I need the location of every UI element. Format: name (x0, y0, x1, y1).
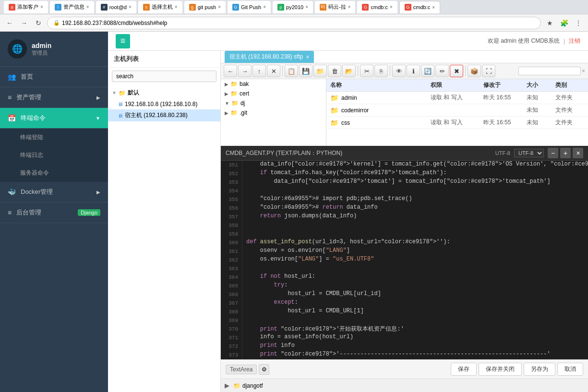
sidebar-item-docker[interactable]: 🐳 Docker管理 ▶ (0, 182, 108, 202)
sidebar-item-terminal-log[interactable]: 终端日志 (0, 146, 108, 164)
tab-2[interactable]: i 资产信息 × (50, 1, 94, 13)
sftp-redx-button[interactable]: ✖ (450, 65, 463, 77)
editor-minus-button[interactable]: − (548, 148, 558, 158)
sftp-fullscreen-button[interactable]: ⛶ (482, 65, 495, 77)
browser-nav: ← → ↻ 🔒 192.168.80.237:8088/cmdb/webssh#… (0, 14, 588, 32)
sftp-copy-button[interactable]: 📋 (285, 65, 298, 77)
line-number-364: 364 (221, 273, 242, 282)
col-type: 类别 (555, 81, 584, 89)
sftp-close-button[interactable]: × (306, 54, 309, 60)
sftp-tab[interactable]: 宿主机 (192.168.80.238) sftp × (225, 51, 314, 63)
forward-button[interactable]: → (18, 17, 30, 29)
sftp-compress-button[interactable]: 📦 (468, 65, 481, 77)
tab-1[interactable]: a 添加客户 × (4, 1, 48, 13)
bottom-bar-folder[interactable]: 📁 djangotf (233, 382, 263, 389)
code-line-358: 358 (221, 221, 588, 230)
save-button[interactable]: 保存 (451, 363, 477, 376)
tab-7[interactable]: p py2010 × (273, 1, 313, 13)
line-number-354: 354 (221, 187, 242, 195)
sftp-search-close-icon[interactable]: × (582, 68, 585, 74)
file-tree-bak[interactable]: ▶ 📁 bak (221, 79, 326, 89)
tab-10[interactable]: G cmdb:c × (399, 1, 440, 13)
sftp-forward-button[interactable]: → (238, 65, 252, 77)
sftp-open-button[interactable]: 📂 (342, 65, 356, 77)
host-group-default: ▼ 📁 默认 (108, 87, 220, 99)
file-row-admin[interactable]: 📁 admin 读取 和 写入 昨天 16:55 未知 文件夹 (326, 92, 588, 104)
tab-3-close[interactable]: × (129, 4, 132, 10)
tab-3[interactable]: # root@d × (96, 1, 136, 13)
tab-7-favicon: p (277, 4, 284, 11)
back-button[interactable]: ← (4, 17, 15, 29)
file-tree-dj[interactable]: ▼ 📁 dj (221, 98, 326, 108)
extensions-button[interactable]: 🧩 (558, 17, 570, 29)
line-number-371: 371 (221, 333, 242, 342)
sftp-newfolder-button[interactable]: 📁 (313, 65, 327, 77)
cancel-button[interactable]: 取消 (557, 363, 583, 376)
tab-3-favicon: # (101, 4, 108, 11)
line-number-357: 357 (221, 213, 242, 221)
sidebar-item-server-cmd[interactable]: 服务器命令 (0, 164, 108, 182)
sftp-save-button[interactable]: 💾 (299, 65, 312, 77)
tab-9[interactable]: G cmdb:c × (357, 1, 397, 13)
sftp-up-button[interactable]: ↑ (252, 65, 266, 77)
sidebar-item-assets[interactable]: ≡ 资产管理 ▶ (0, 87, 108, 108)
sftp-view-button[interactable]: 👁 (392, 65, 406, 77)
line-content-368: host_url = CMDB_URL[1] (242, 308, 588, 316)
code-editor[interactable]: 351 data_info["color:#ce9178">'kernel'] … (221, 161, 588, 359)
logout-link[interactable]: 注销 (569, 37, 580, 45)
tab-4-close[interactable]: × (175, 4, 178, 10)
tab-8[interactable]: 码 码云-拉 × (315, 1, 356, 13)
tab-6[interactable]: G Git Push × (228, 1, 271, 13)
encoding-select[interactable]: UTF-8 (514, 149, 544, 157)
editor-close-button[interactable]: ✕ (573, 148, 583, 158)
sftp-refresh-button[interactable]: 🔄 (421, 65, 434, 77)
codemirror-name-label: codemirror (341, 107, 369, 114)
file-row-css[interactable]: 📁 css 读取 和 写入 昨天 16:55 未知 文件夹 (326, 117, 588, 129)
sftp-search-input[interactable] (518, 67, 581, 75)
sftp-stop-button[interactable]: ✕ (267, 65, 280, 77)
host-search-input[interactable] (112, 71, 216, 82)
save-close-button[interactable]: 保存并关闭 (479, 363, 522, 376)
tab-5-close[interactable]: × (218, 4, 221, 10)
host-item-1[interactable]: 🖥 192.168.10.8 (192.168.10.8) (108, 99, 220, 109)
tab-7-close[interactable]: × (305, 4, 308, 10)
sftp-cut-button[interactable]: ✂ (360, 65, 373, 77)
tab-9-close[interactable]: × (390, 4, 393, 10)
tab-10-close[interactable]: × (432, 5, 435, 10)
tab-6-label: Git Push (241, 4, 261, 10)
bottom-bar-arrow: ▶ (225, 382, 229, 389)
hamburger-button[interactable]: ≡ (116, 34, 130, 48)
editor-footer-settings-icon[interactable]: ⚙ (259, 364, 269, 375)
line-number-369: 369 (221, 316, 242, 325)
save-as-button[interactable]: 另存为 (524, 363, 555, 376)
tab-1-close[interactable]: × (40, 4, 43, 10)
editor-plus-button[interactable]: + (560, 148, 571, 158)
file-tree-git[interactable]: ▶ 📁 .git (221, 108, 326, 118)
file-list-header: 名称 权限 修改于 大小 类别 (326, 79, 588, 92)
sftp-paste-button[interactable]: ⎘ (374, 65, 388, 77)
code-line-359: 359 (221, 230, 588, 238)
reload-button[interactable]: ↻ (33, 17, 44, 29)
sftp-delete-button[interactable]: 🗑 (328, 65, 341, 77)
address-bar[interactable]: 🔒 192.168.80.237:8088/cmdb/webssh#help (47, 17, 541, 29)
tab-4[interactable]: s 选择主机 × (138, 1, 182, 13)
tab-6-close[interactable]: × (263, 4, 266, 10)
host-item-2[interactable]: 🖥 宿主机 (192.168.80.238) (108, 109, 220, 121)
menu-button[interactable]: ⋮ (573, 17, 584, 29)
tab-3-label: root@d (109, 4, 127, 10)
sftp-back-button[interactable]: ← (224, 65, 237, 77)
sidebar-item-home[interactable]: 👥 首页 (0, 67, 108, 87)
tab-8-close[interactable]: × (348, 4, 351, 10)
line-number-352: 352 (221, 169, 242, 178)
sftp-info-button[interactable]: ℹ (407, 65, 420, 77)
tab-5[interactable]: g git push × (184, 1, 226, 13)
sftp-rename-button[interactable]: ✏ (435, 65, 449, 77)
sidebar-item-admin[interactable]: ≡ 后台管理 Django (0, 202, 108, 223)
file-row-codemirror[interactable]: 📁 codemirror 未知 文件夹 (326, 104, 588, 117)
tab-2-close[interactable]: × (86, 4, 89, 10)
file-tree-cert[interactable]: ▶ 📁 cert (221, 89, 326, 98)
sidebar-item-terminal[interactable]: 📅 终端命令 ▼ (0, 108, 108, 129)
sidebar-item-terminal-login[interactable]: 终端登陆 (0, 129, 108, 146)
bookmark-button[interactable]: ★ (544, 17, 555, 29)
css-perm: 读取 和 写入 (431, 119, 483, 127)
